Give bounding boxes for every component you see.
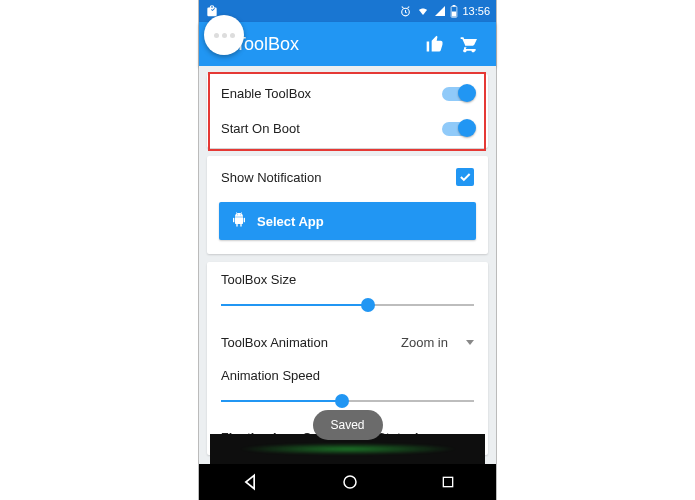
- app-bar: ToolBox: [199, 22, 496, 66]
- nav-recent-button[interactable]: [440, 474, 456, 490]
- signal-icon: [434, 5, 446, 17]
- row-toolbox-size: ToolBox Size: [207, 264, 488, 291]
- start-on-boot-label: Start On Boot: [221, 121, 442, 136]
- alarm-icon: [399, 5, 412, 18]
- toolbox-size-slider[interactable]: [221, 295, 474, 315]
- svg-point-4: [344, 476, 356, 488]
- select-app-label: Select App: [257, 214, 324, 229]
- row-start-on-boot[interactable]: Start On Boot: [207, 111, 488, 146]
- battery-icon: [450, 5, 458, 18]
- nav-back-button[interactable]: [240, 472, 260, 492]
- row-toolbox-animation[interactable]: ToolBox Animation Zoom in: [207, 325, 488, 360]
- show-notification-label: Show Notification: [221, 170, 456, 185]
- show-notification-checkbox[interactable]: [456, 168, 474, 186]
- animation-speed-label: Animation Speed: [221, 368, 474, 383]
- phone-frame: 13:56 ToolBox Enable ToolBox: [199, 0, 496, 500]
- svg-rect-3: [452, 11, 456, 16]
- row-show-notification[interactable]: Show Notification: [207, 158, 488, 196]
- nav-home-button[interactable]: [341, 473, 359, 491]
- android-icon: [231, 211, 247, 232]
- start-on-boot-switch[interactable]: [442, 122, 474, 136]
- settings-scroll[interactable]: Enable ToolBox Start On Boot Show Notifi…: [199, 66, 496, 464]
- wifi-icon: [416, 5, 430, 17]
- like-button[interactable]: [418, 34, 452, 54]
- enable-toolbox-switch[interactable]: [442, 87, 474, 101]
- card-toggles: Enable ToolBox Start On Boot: [207, 74, 488, 148]
- enable-toolbox-label: Enable ToolBox: [221, 86, 442, 101]
- svg-rect-5: [443, 477, 452, 486]
- row-animation-speed: Animation Speed: [207, 360, 488, 387]
- toolbox-animation-dropdown[interactable]: Zoom in: [401, 335, 474, 350]
- row-enable-toolbox[interactable]: Enable ToolBox: [207, 76, 488, 111]
- chevron-down-icon: [466, 340, 474, 345]
- app-title: ToolBox: [235, 34, 418, 55]
- toast-text: Saved: [330, 418, 364, 432]
- select-app-button[interactable]: Select App: [219, 202, 476, 240]
- toast-saved: Saved: [312, 410, 382, 440]
- status-bar: 13:56: [199, 0, 496, 22]
- status-time: 13:56: [462, 5, 490, 17]
- toolbox-animation-label: ToolBox Animation: [221, 335, 328, 350]
- svg-rect-2: [453, 5, 456, 6]
- toolbox-size-label: ToolBox Size: [221, 272, 474, 287]
- navigation-bar: [199, 464, 496, 500]
- cart-button[interactable]: [452, 34, 486, 54]
- animation-speed-slider[interactable]: [221, 391, 474, 411]
- card-notification: Show Notification Select App: [207, 156, 488, 254]
- toolbox-animation-value: Zoom in: [401, 335, 448, 350]
- floating-launcher-icon[interactable]: [204, 15, 244, 55]
